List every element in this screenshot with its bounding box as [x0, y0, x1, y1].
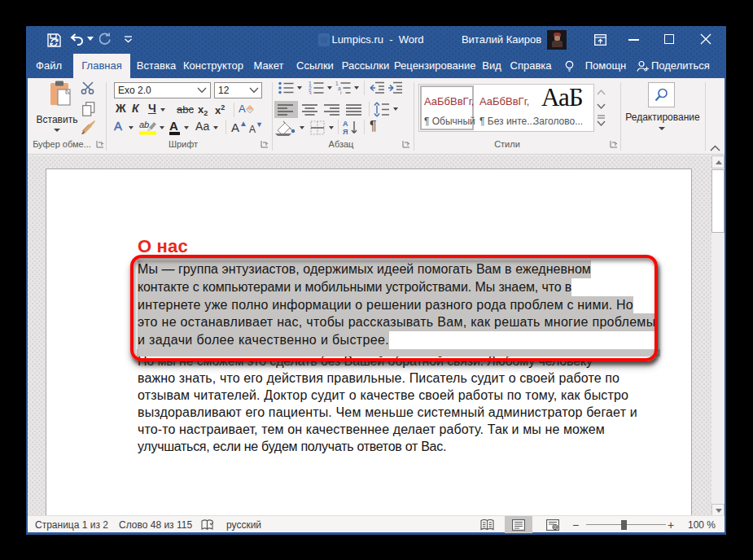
- svg-text:А: А: [343, 120, 348, 128]
- svg-text:A: A: [239, 103, 246, 115]
- svg-text:3: 3: [309, 90, 312, 94]
- svg-text:ab: ab: [139, 120, 149, 129]
- svg-text:Я: Я: [343, 128, 348, 135]
- svg-text:i: i: [340, 90, 341, 94]
